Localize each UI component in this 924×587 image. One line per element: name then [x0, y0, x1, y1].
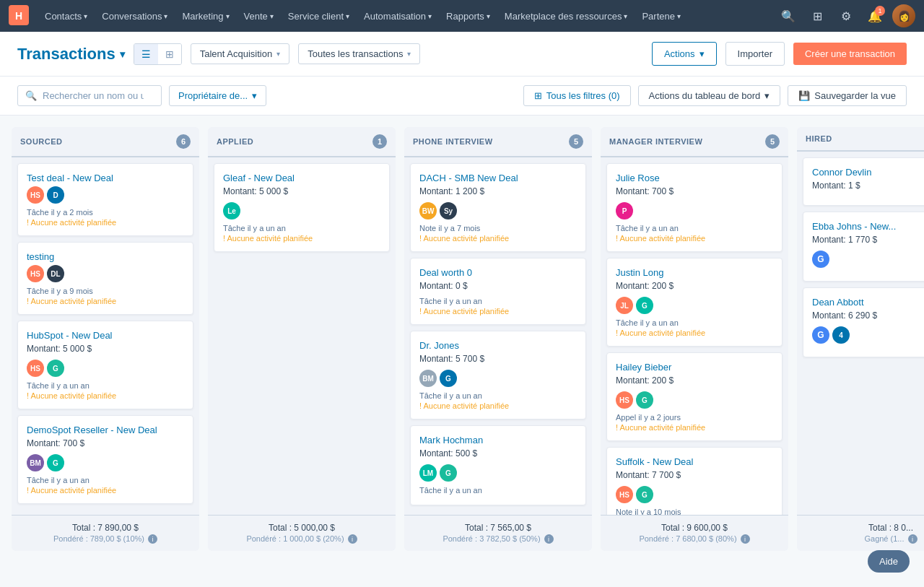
deal-warning: ! Aucune activité planifiée [616, 423, 773, 432]
info-icon-applied[interactable]: i [348, 534, 357, 544]
deal-avatar: G [636, 391, 653, 409]
header-bar: Transactions ▾ ☰ ⊞ Talent Acquisition ▾ … [0, 32, 924, 77]
deal-avatars: G4 [812, 326, 924, 344]
grid-view-button[interactable]: ⊞ [158, 44, 181, 64]
info-icon-sourced[interactable]: i [148, 534, 157, 544]
notifications-button[interactable]: 🔔 1 [863, 4, 886, 27]
column-count-manager_interview: 5 [765, 134, 780, 149]
deal-card[interactable]: Justin Long Montant: 200 $ JLG Tâche il … [606, 258, 783, 347]
nav-label-automatisation: Automatisation [364, 11, 426, 22]
deal-name[interactable]: DemoSpot Reseller - New Deal [27, 425, 184, 435]
deal-name[interactable]: HubSpot - New Deal [27, 330, 184, 341]
deal-avatars: JLG [616, 297, 773, 314]
top-navigation: H Contacts▾Conversations▾Marketing▾Vente… [0, 0, 924, 32]
user-avatar[interactable]: 👩 [892, 4, 915, 27]
hubspot-logo[interactable]: H [9, 5, 29, 27]
nav-item-conversations[interactable]: Conversations▾ [95, 6, 175, 26]
deal-card[interactable]: Suffolk - New Deal Montant: 7 700 $ HSG … [606, 447, 783, 515]
nav-label-partene: Partene [642, 11, 675, 22]
deal-name[interactable]: Julie Rose [616, 173, 773, 183]
deal-card[interactable]: Connor Devlin Montant: 1 $ [803, 157, 924, 206]
deal-card[interactable]: Test deal - New Deal HSD Tâche il y a 2 … [17, 163, 193, 236]
pipeline-dropdown[interactable]: Talent Acquisition ▾ [191, 43, 289, 64]
deal-avatar: G [636, 297, 653, 314]
deal-warning: ! Aucune activité planifiée [616, 234, 773, 243]
deal-avatar: G [636, 486, 653, 503]
deal-card[interactable]: Hailey Bieber Montant: 200 $ HSG Appel i… [606, 352, 783, 441]
deal-card[interactable]: testing HSDL Tâche il y a 9 mois ! Aucun… [17, 242, 193, 315]
deal-avatars: HSG [27, 360, 184, 377]
deal-name[interactable]: Mark Hochman [419, 435, 577, 445]
transaction-filter-dropdown[interactable]: Toutes les transactions ▾ [298, 43, 420, 64]
deal-name[interactable]: Ebba Johns - New... [812, 221, 924, 232]
info-icon-phone_interview[interactable]: i [544, 534, 554, 544]
kanban-column-applied: APPLIED 1 Gleaf - New Deal Montant: 5 00… [208, 127, 396, 551]
deal-card[interactable]: Dr. Jones Montant: 5 700 $ BMG Tâche il … [410, 331, 586, 419]
owner-filter-button[interactable]: Propriétaire de... ▾ [169, 85, 266, 106]
create-transaction-button[interactable]: Créer une transaction [793, 43, 907, 65]
nav-chevron-marketing: ▾ [226, 12, 230, 20]
deal-card[interactable]: DACH - SMB New Deal Montant: 1 200 $ BWS… [410, 163, 586, 252]
actions-label: Actions [664, 48, 695, 59]
deal-name[interactable]: Justin Long [616, 267, 773, 278]
nav-label-rapports: Rapports [446, 11, 484, 22]
deal-card[interactable]: Dean Abbott Montant: 6 290 $ G4 [803, 287, 924, 357]
column-count-phone_interview: 5 [569, 134, 583, 149]
deal-amount: Montant: 5 000 $ [223, 186, 380, 196]
nav-item-contacts[interactable]: Contacts▾ [38, 6, 95, 26]
info-icon-manager_interview[interactable]: i [741, 534, 750, 544]
deal-warning: ! Aucune activité planifiée [223, 234, 380, 243]
deal-name[interactable]: Test deal - New Deal [27, 173, 184, 183]
deal-card[interactable]: Mark Hochman Montant: 500 $ LMG Tâche il… [410, 425, 586, 505]
board-actions-button[interactable]: Actions du tableau de bord ▾ [638, 85, 781, 106]
title-chevron-icon[interactable]: ▾ [120, 48, 125, 60]
save-view-button[interactable]: 💾 Sauvegarder la vue [788, 85, 907, 106]
column-cards-sourced: Test deal - New Deal HSD Tâche il y a 2 … [12, 157, 199, 515]
list-view-button[interactable]: ☰ [134, 44, 158, 64]
deal-amount: Montant: 200 $ [616, 375, 773, 386]
import-button[interactable]: Importer [725, 42, 785, 66]
actions-chevron-icon: ▾ [699, 48, 705, 59]
column-total-phone_interview: Total : 7 565,00 $ [413, 523, 583, 533]
deal-name[interactable]: DACH - SMB New Deal [419, 173, 577, 183]
search-input[interactable] [43, 90, 144, 101]
nav-item-marketplace[interactable]: Marketplace des ressources▾ [497, 6, 635, 26]
nav-item-marketing[interactable]: Marketing▾ [175, 6, 236, 26]
deal-card[interactable]: Gleaf - New Deal Montant: 5 000 $ Le Tâc… [214, 163, 390, 252]
deal-card[interactable]: HubSpot - New Deal Montant: 5 000 $ HSG … [17, 321, 193, 409]
all-filters-button[interactable]: ⊞ Tous les filtres (0) [523, 85, 631, 106]
deal-meta: Tâche il y a un an [419, 486, 577, 495]
deal-name[interactable]: Dr. Jones [419, 340, 577, 351]
column-total-sourced: Total : 7 890,00 $ [20, 523, 191, 533]
deal-name[interactable]: testing [27, 251, 184, 262]
deal-avatar: Le [223, 202, 240, 219]
deal-card[interactable]: Julie Rose Montant: 700 $ P Tâche il y a… [606, 163, 783, 252]
nav-item-vente[interactable]: Vente▾ [237, 6, 281, 26]
info-icon-hired[interactable]: i [908, 534, 918, 544]
save-view-label: Sauvegarder la vue [814, 90, 896, 101]
deal-name[interactable]: Connor Devlin [812, 167, 924, 178]
search-box[interactable]: 🔍 [17, 85, 162, 106]
nav-item-service[interactable]: Service client▾ [281, 6, 357, 26]
search-nav-button[interactable]: 🔍 [777, 4, 800, 27]
deal-name[interactable]: Dean Abbott [812, 297, 924, 308]
deal-avatar: HS [616, 391, 633, 409]
deal-amount: Montant: 6 290 $ [812, 310, 924, 321]
nav-item-partene[interactable]: Partene▾ [635, 6, 688, 26]
deal-name[interactable]: Suffolk - New Deal [616, 456, 773, 467]
column-weighted-sourced: Pondéré : 789,00 $ (10%) i [20, 534, 191, 544]
deal-card[interactable]: Ebba Johns - New... Montant: 1 770 $ G [803, 212, 924, 282]
nav-label-conversations: Conversations [102, 11, 162, 22]
deal-name[interactable]: Hailey Bieber [616, 362, 773, 373]
deal-name[interactable]: Deal worth 0 [419, 267, 577, 278]
column-header-manager_interview: MANAGER INTERVIEW 5 [601, 127, 788, 157]
apps-button[interactable]: ⊞ [806, 4, 829, 27]
settings-button[interactable]: ⚙ [834, 4, 858, 27]
nav-item-automatisation[interactable]: Automatisation▾ [357, 6, 439, 26]
actions-button[interactable]: Actions ▾ [652, 42, 717, 66]
deal-amount: Montant: 0 $ [419, 281, 577, 291]
deal-card[interactable]: Deal worth 0 Montant: 0 $ Tâche il y a u… [410, 258, 586, 325]
deal-card[interactable]: DemoSpot Reseller - New Deal Montant: 70… [17, 415, 193, 504]
nav-item-rapports[interactable]: Rapports▾ [439, 6, 497, 26]
deal-name[interactable]: Gleaf - New Deal [223, 173, 380, 183]
